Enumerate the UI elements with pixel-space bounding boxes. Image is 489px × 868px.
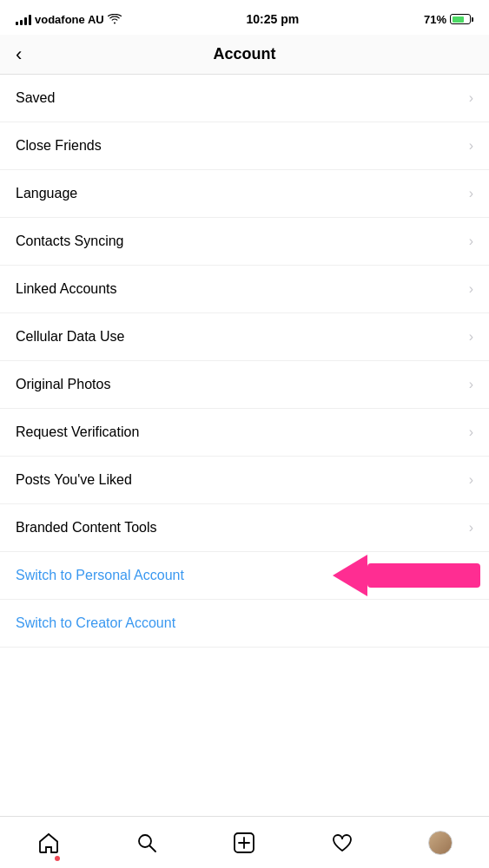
signal-icon <box>16 13 31 25</box>
chevron-icon-original-photos: › <box>469 377 473 392</box>
chevron-icon-branded-content-tools: › <box>469 520 473 536</box>
switch-creator-account-row[interactable]: Switch to Creator Account <box>0 600 489 648</box>
back-button[interactable]: ‹ <box>16 43 22 66</box>
tab-add[interactable] <box>195 817 294 868</box>
battery-area: 71% <box>424 13 473 26</box>
menu-item-original-photos[interactable]: Original Photos › <box>0 361 489 409</box>
menu-item-saved[interactable]: Saved › <box>0 75 489 122</box>
arrow-head-icon <box>333 555 367 596</box>
notification-dot-home <box>55 856 60 861</box>
page-title: Account <box>214 45 276 63</box>
menu-item-branded-content-tools[interactable]: Branded Content Tools › <box>0 504 489 552</box>
menu-item-label-original-photos: Original Photos <box>16 377 110 392</box>
carrier-label: vodafone AU <box>35 13 104 26</box>
chevron-icon-close-friends: › <box>469 138 473 154</box>
navigation-header: ‹ Account <box>0 35 489 75</box>
chevron-icon-saved: › <box>469 90 473 106</box>
menu-list: Saved › Close Friends › Language › Conta… <box>0 75 489 648</box>
chevron-icon-language: › <box>469 186 473 201</box>
menu-item-label-close-friends: Close Friends <box>16 138 102 154</box>
battery-icon <box>450 14 473 24</box>
menu-item-close-friends[interactable]: Close Friends › <box>0 122 489 170</box>
menu-item-label-saved: Saved <box>16 90 55 106</box>
menu-item-label-linked-accounts: Linked Accounts <box>16 281 117 297</box>
menu-item-language[interactable]: Language › <box>0 170 489 218</box>
menu-item-label-cellular-data-use: Cellular Data Use <box>16 329 124 345</box>
switch-personal-account-row[interactable]: Switch to Personal Account <box>0 552 489 600</box>
chevron-icon-linked-accounts: › <box>469 281 473 297</box>
menu-item-posts-youve-liked[interactable]: Posts You've Liked › <box>0 457 489 504</box>
battery-percentage: 71% <box>424 13 446 26</box>
menu-item-label-branded-content-tools: Branded Content Tools <box>16 520 156 536</box>
chevron-icon-request-verification: › <box>469 424 473 440</box>
menu-item-label-contacts-syncing: Contacts Syncing <box>16 233 124 249</box>
menu-item-label-posts-youve-liked: Posts You've Liked <box>16 472 132 488</box>
switch-creator-account-link[interactable]: Switch to Creator Account <box>16 615 175 630</box>
chevron-icon-posts-youve-liked: › <box>469 472 473 488</box>
tab-activity[interactable] <box>294 817 392 868</box>
wifi-icon <box>108 14 122 24</box>
menu-item-cellular-data-use[interactable]: Cellular Data Use › <box>0 313 489 361</box>
menu-item-linked-accounts[interactable]: Linked Accounts › <box>0 266 489 313</box>
profile-avatar <box>428 831 453 855</box>
tab-search[interactable] <box>98 817 196 868</box>
search-icon <box>135 832 158 854</box>
plus-square-icon <box>233 832 255 854</box>
tab-bar <box>0 816 489 868</box>
home-icon <box>37 832 60 854</box>
menu-item-contacts-syncing[interactable]: Contacts Syncing › <box>0 218 489 266</box>
carrier-wifi: vodafone AU <box>16 13 122 26</box>
menu-item-label-request-verification: Request Verification <box>16 424 139 440</box>
annotation-arrow <box>333 555 480 596</box>
time-display: 10:25 pm <box>246 12 299 26</box>
menu-item-label-language: Language <box>16 186 77 201</box>
heart-icon <box>331 832 354 854</box>
arrow-body <box>367 563 480 588</box>
switch-personal-account-link[interactable]: Switch to Personal Account <box>16 568 184 582</box>
svg-line-1 <box>149 845 155 852</box>
chevron-icon-contacts-syncing: › <box>469 233 473 249</box>
tab-home[interactable] <box>0 817 98 868</box>
status-bar: vodafone AU 10:25 pm 71% <box>0 0 489 35</box>
chevron-icon-cellular-data-use: › <box>469 329 473 345</box>
tab-profile[interactable] <box>391 817 489 868</box>
menu-item-request-verification[interactable]: Request Verification › <box>0 409 489 457</box>
